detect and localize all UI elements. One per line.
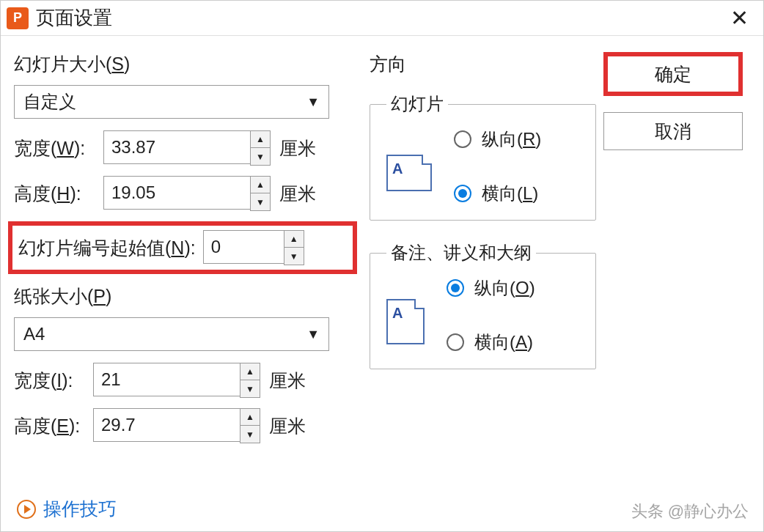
- titlebar: P 页面设置 ✕: [1, 1, 763, 36]
- slide-size-preset-combo[interactable]: 自定义 ▼: [14, 85, 329, 119]
- page-orientation-icon: A: [386, 299, 425, 344]
- slide-size-label: 幻灯片大小(S): [14, 52, 351, 76]
- slides-portrait-radio[interactable]: 纵向(R): [454, 128, 541, 151]
- orientation-heading: 方向: [370, 52, 596, 76]
- notes-orientation-legend: 备注、讲义和大纲: [386, 241, 536, 265]
- spinner-up-icon[interactable]: ▲: [284, 231, 304, 248]
- paper-height-spinner[interactable]: 29.7 ▲ ▼: [93, 408, 260, 443]
- spinner-down-icon[interactable]: ▼: [240, 380, 260, 397]
- notes-orientation-group: 备注、讲义和大纲 A 纵向(O) 横向(A): [370, 241, 596, 369]
- spinner-up-icon[interactable]: ▲: [240, 363, 260, 380]
- slide-width-input[interactable]: 33.87: [103, 130, 250, 164]
- paper-width-row: 宽度(I): 21 ▲ ▼ 厘米: [14, 363, 351, 398]
- paper-size-preset-combo[interactable]: A4 ▼: [14, 317, 329, 351]
- start-number-highlight: 幻灯片编号起始值(N): 0 ▲ ▼: [8, 221, 357, 274]
- notes-landscape-radio[interactable]: 横向(A): [447, 330, 535, 354]
- paper-width-spinner[interactable]: 21 ▲ ▼: [93, 363, 260, 398]
- spinner-up-icon[interactable]: ▲: [251, 177, 270, 193]
- slide-size-preset-value: 自定义: [23, 90, 76, 114]
- play-icon: [17, 500, 36, 519]
- orientation-column: 方向 幻灯片 A 纵向(R) 横向(L): [351, 52, 596, 522]
- slides-orientation-group: 幻灯片 A 纵向(R) 横向(L): [370, 92, 596, 221]
- page-setup-dialog: P 页面设置 ✕ 幻灯片大小(S) 自定义 ▼ 宽度(W): 33.87: [0, 0, 764, 532]
- slide-height-label: 高度(H):: [14, 182, 103, 206]
- unit-label: 厘米: [269, 369, 306, 393]
- paper-size-label: 纸张大小(P): [14, 284, 351, 309]
- start-number-spinner[interactable]: 0 ▲ ▼: [203, 230, 304, 265]
- slide-height-row: 高度(H): 19.05 ▲ ▼ 厘米: [14, 176, 351, 211]
- spinner-down-icon[interactable]: ▼: [240, 426, 260, 443]
- cancel-button[interactable]: 取消: [603, 112, 743, 150]
- notes-portrait-radio[interactable]: 纵向(O): [447, 276, 535, 300]
- slide-width-spinner[interactable]: 33.87 ▲ ▼: [103, 130, 271, 166]
- paper-width-input[interactable]: 21: [93, 363, 240, 396]
- spinner-up-icon[interactable]: ▲: [240, 409, 260, 426]
- paper-width-label: 宽度(I):: [14, 369, 93, 393]
- start-number-input[interactable]: 0: [203, 230, 284, 264]
- unit-label: 厘米: [269, 414, 306, 438]
- radio-icon: [447, 279, 464, 297]
- slide-height-input[interactable]: 19.05: [103, 176, 250, 210]
- chevron-down-icon: ▼: [306, 327, 320, 342]
- slide-width-row: 宽度(W): 33.87 ▲ ▼ 厘米: [14, 130, 351, 166]
- dialog-body: 幻灯片大小(S) 自定义 ▼ 宽度(W): 33.87 ▲ ▼ 厘米: [1, 36, 763, 531]
- slide-width-label: 宽度(W):: [14, 136, 103, 160]
- slides-orientation-legend: 幻灯片: [386, 92, 448, 116]
- page-orientation-icon: A: [386, 155, 432, 191]
- watermark: 头条 @静心办公: [631, 500, 749, 522]
- ok-button[interactable]: 确定: [603, 52, 743, 96]
- spinner-up-icon[interactable]: ▲: [251, 131, 270, 148]
- start-number-label: 幻灯片编号起始值(N):: [18, 236, 196, 260]
- app-icon: P: [7, 7, 29, 29]
- spinner-down-icon[interactable]: ▼: [284, 248, 304, 265]
- dialog-title: 页面设置: [36, 5, 112, 31]
- spinner-down-icon[interactable]: ▼: [251, 148, 270, 165]
- chevron-down-icon: ▼: [306, 95, 320, 110]
- radio-icon: [454, 185, 471, 202]
- paper-size-preset-value: A4: [23, 324, 45, 344]
- start-number-row: 幻灯片编号起始值(N): 0 ▲ ▼: [18, 230, 347, 265]
- paper-height-row: 高度(E): 29.7 ▲ ▼ 厘米: [14, 408, 351, 443]
- radio-icon: [447, 333, 464, 351]
- button-column: 确定 取消: [596, 52, 750, 522]
- paper-height-label: 高度(E):: [14, 414, 93, 438]
- close-icon[interactable]: ✕: [723, 5, 756, 31]
- radio-icon: [454, 130, 471, 148]
- spinner-down-icon[interactable]: ▼: [251, 193, 270, 210]
- tips-link[interactable]: 操作技巧: [17, 497, 117, 521]
- slides-landscape-radio[interactable]: 横向(L): [454, 182, 541, 205]
- unit-label: 厘米: [279, 182, 316, 206]
- paper-height-input[interactable]: 29.7: [93, 408, 240, 442]
- unit-label: 厘米: [279, 136, 316, 160]
- tips-label: 操作技巧: [43, 497, 117, 521]
- slide-height-spinner[interactable]: 19.05 ▲ ▼: [103, 176, 271, 211]
- left-column: 幻灯片大小(S) 自定义 ▼ 宽度(W): 33.87 ▲ ▼ 厘米: [14, 52, 351, 522]
